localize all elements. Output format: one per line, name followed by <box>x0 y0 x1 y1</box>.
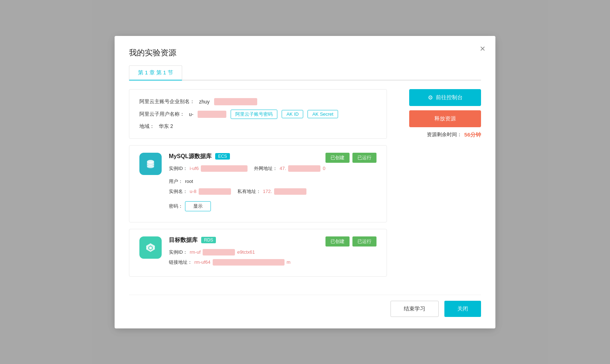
btn-ak-secret[interactable]: AK Secret <box>308 110 338 118</box>
enterprise-alias-redacted <box>214 98 257 105</box>
mysql-detail-row2: 实例名： u-8 私有地址： 172. <box>169 188 325 211</box>
rds-status-running: 已运行 <box>352 236 376 246</box>
external-addr-redacted <box>288 165 320 172</box>
btn-close-modal[interactable]: 关闭 <box>444 301 481 317</box>
mysql-status-created: 已创建 <box>325 153 350 163</box>
user-name-value: u- <box>189 111 193 117</box>
region-label: 地域： <box>139 123 154 130</box>
enterprise-alias-label: 阿里云主账号企业别名： <box>139 98 195 105</box>
rds-link-addr-item: 链接地址： rm-uf64 m <box>169 259 291 266</box>
remaining-value: 56分钟 <box>464 132 481 138</box>
mysql-title-row: MySQL源数据库 ECS <box>169 153 325 160</box>
user-label: 用户： <box>169 178 183 185</box>
external-addr-suffix: 0 <box>323 166 325 171</box>
instance-name-label: 实例名： <box>169 188 188 195</box>
user-item: 用户： root <box>169 178 193 185</box>
rds-icon <box>139 236 162 259</box>
rds-instance-id-label: 实例ID： <box>169 249 188 255</box>
content-area: 阿里云主账号企业别名： zhuy 阿里云子用户名称： u- 阿里云子账号密码 A… <box>129 89 481 283</box>
btn-ak-id[interactable]: AK ID <box>282 110 303 118</box>
svg-point-2 <box>147 165 154 168</box>
rds-link-addr-value: rm-uf64 <box>194 259 211 265</box>
external-addr-item: 外网地址： 47. 0 <box>254 165 325 172</box>
user-name-redacted <box>198 111 226 118</box>
instance-id-redacted <box>201 165 248 172</box>
rds-link-addr-suffix: m <box>287 259 291 265</box>
instance-name-value: u-8 <box>190 189 197 194</box>
password-label: 密码： <box>169 203 183 209</box>
rds-resource-card: 目标数据库 RDS 实例ID： rm-uf e9tctx61 <box>129 229 387 277</box>
rds-title-row: 目标数据库 RDS <box>169 236 325 244</box>
remaining-time-container: 资源剩余时间： 56分钟 <box>409 132 481 138</box>
btn-end-study[interactable]: 结束学习 <box>391 301 439 317</box>
modal-title: 我的实验资源 <box>129 47 481 58</box>
enterprise-alias-value: zhuy <box>199 99 210 105</box>
rds-detail-row1: 实例ID： rm-uf e9tctx61 <box>169 249 325 255</box>
mysql-name: MySQL源数据库 <box>169 153 212 160</box>
mysql-detail-row1: 实例ID： i-uf6 外网地址： 47. 0 <box>169 165 325 185</box>
close-icon[interactable]: × <box>480 44 485 53</box>
rds-status-created: 已创建 <box>325 236 350 246</box>
mysql-resource-body: MySQL源数据库 ECS 实例ID： i-uf6 <box>169 153 376 215</box>
external-addr-label: 外网地址： <box>254 165 277 172</box>
tabs-container: 第 1 章 第 1 节 <box>129 65 481 80</box>
mysql-resource-card: MySQL源数据库 ECS 实例ID： i-uf6 <box>129 145 387 222</box>
instance-name-item: 实例名： u-8 <box>169 188 231 195</box>
mysql-icon <box>139 153 162 175</box>
btn-sub-account-pwd[interactable]: 阿里云子账号密码 <box>231 110 277 119</box>
rds-link-addr-redacted <box>213 259 285 266</box>
rds-instance-id-redacted <box>203 249 235 255</box>
private-addr-label: 私有地址： <box>237 188 261 195</box>
modal-container: 我的实验资源 × 第 1 章 第 1 节 阿里云主账号企业别名： zhuy 阿里… <box>115 36 495 328</box>
user-value: root <box>185 179 193 184</box>
control-panel-icon: ⚙ <box>428 94 433 101</box>
rds-instance-id-suffix: e9tctx61 <box>237 249 255 255</box>
private-addr-redacted <box>274 188 306 195</box>
tab-chapter1[interactable]: 第 1 章 第 1 节 <box>129 65 182 80</box>
instance-id-item: 实例ID： i-uf6 <box>169 165 248 172</box>
region-row: 地域： 华东 2 <box>139 123 376 130</box>
rds-resource-body: 目标数据库 RDS 实例ID： rm-uf e9tctx61 <box>169 236 376 269</box>
region-value: 华东 2 <box>159 123 173 130</box>
modal-overlay: 我的实验资源 × 第 1 章 第 1 节 阿里云主账号企业别名： zhuy 阿里… <box>0 0 610 364</box>
instance-name-redacted <box>199 188 231 195</box>
user-name-row: 阿里云子用户名称： u- 阿里云子账号密码 AK ID AK Secret <box>139 110 376 119</box>
instance-id-label: 实例ID： <box>169 165 188 172</box>
btn-control-panel[interactable]: ⚙ 前往控制台 <box>409 89 481 106</box>
mysql-status-btns: 已创建 已运行 <box>325 153 376 163</box>
rds-detail-row2: 链接地址： rm-uf64 m <box>169 259 325 266</box>
svg-point-6 <box>149 246 152 249</box>
rds-status-btns: 已创建 已运行 <box>325 236 376 246</box>
mysql-status-running: 已运行 <box>352 153 376 163</box>
rds-name: 目标数据库 <box>169 236 198 244</box>
rds-instance-id-item: 实例ID： rm-uf e9tctx61 <box>169 249 255 255</box>
svg-point-3 <box>147 163 154 166</box>
private-addr-value: 172. <box>263 189 272 194</box>
control-panel-label: 前往控制台 <box>436 94 463 101</box>
user-name-label: 阿里云子用户名称： <box>139 111 185 118</box>
mysql-row-with-status: MySQL源数据库 ECS 实例ID： i-uf6 <box>169 153 376 215</box>
left-panel: 阿里云主账号企业别名： zhuy 阿里云子用户名称： u- 阿里云子账号密码 A… <box>129 89 387 283</box>
remaining-label: 资源剩余时间： <box>427 132 462 138</box>
instance-id-value: i-uf6 <box>190 166 199 171</box>
modal-footer: 结束学习 关闭 <box>129 295 481 317</box>
account-info-card: 阿里云主账号企业别名： zhuy 阿里云子用户名称： u- 阿里云子账号密码 A… <box>129 89 387 139</box>
show-password-btn[interactable]: 显示 <box>185 201 211 211</box>
password-item: 密码： 显示 <box>169 201 211 211</box>
rds-row-with-status: 目标数据库 RDS 实例ID： rm-uf e9tctx61 <box>169 236 376 269</box>
rds-badge: RDS <box>201 237 216 243</box>
enterprise-alias-row: 阿里云主账号企业别名： zhuy <box>139 98 376 105</box>
btn-release-resource[interactable]: 释放资源 <box>409 110 481 127</box>
right-panel: ⚙ 前往控制台 释放资源 资源剩余时间： 56分钟 <box>398 89 481 283</box>
private-addr-item: 私有地址： 172. <box>237 188 306 195</box>
rds-link-addr-label: 链接地址： <box>169 259 192 266</box>
external-addr-value: 47. <box>279 166 286 171</box>
rds-instance-id-value: rm-uf <box>190 249 200 255</box>
mysql-badge: ECS <box>215 153 230 160</box>
